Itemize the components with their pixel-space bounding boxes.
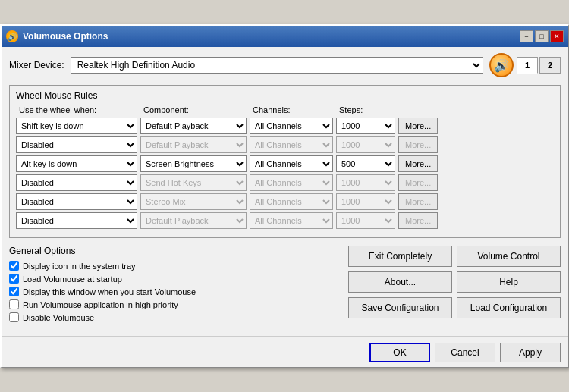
cancel-button[interactable]: Cancel	[435, 343, 495, 362]
steps-select-2: 1000	[336, 136, 395, 153]
minimize-button[interactable]: −	[520, 30, 533, 42]
close-button[interactable]: ✕	[550, 30, 564, 42]
header-steps: Steps:	[339, 105, 400, 114]
checkbox-row-4: Run Volumouse application in high priori…	[9, 299, 341, 309]
display-icon-checkbox[interactable]	[9, 261, 19, 271]
checkbox-row-2: Load Volumouse at startup	[9, 274, 341, 284]
wheel-row-2: Disabled Default Playback All Channels 1…	[16, 136, 554, 153]
channels-select-4: All Channels	[250, 174, 333, 191]
tab-buttons: 1 2	[517, 57, 561, 74]
channels-select-5: All Channels	[250, 193, 333, 210]
more-button-1[interactable]: More...	[398, 118, 438, 134]
wheel-row-3: Alt key is down Screen Brightness All Ch…	[16, 155, 554, 172]
when-select-3[interactable]: Alt key is down	[16, 155, 137, 172]
steps-select-1[interactable]: 1000	[336, 118, 395, 134]
title-bar: 🔊 Volumouse Options − □ ✕	[2, 26, 568, 47]
more-button-6: More...	[398, 212, 438, 229]
checkbox-row-5: Disable Volumouse	[9, 312, 341, 322]
disable-volumouse-label: Disable Volumouse	[23, 313, 94, 322]
channels-select-3[interactable]: All Channels	[250, 155, 333, 172]
steps-select-6: 1000	[336, 212, 395, 229]
general-options: General Options Display icon in the syst…	[9, 246, 341, 325]
action-buttons: Exit Completely Volume Control About... …	[348, 246, 561, 325]
header-when: Use the wheel when:	[19, 105, 140, 114]
help-button[interactable]: Help	[457, 271, 561, 293]
more-button-2: More...	[398, 136, 438, 153]
title-buttons: − □ ✕	[520, 30, 564, 42]
window-icon: 🔊	[6, 30, 18, 42]
apply-button[interactable]: Apply	[500, 343, 561, 362]
steps-select-3[interactable]: 500	[336, 155, 395, 172]
load-startup-label: Load Volumouse at startup	[23, 274, 122, 284]
mixer-label: Mixer Device:	[9, 60, 64, 71]
exit-completely-button[interactable]: Exit Completely	[348, 246, 452, 267]
window-title: Volumouse Options	[23, 31, 108, 42]
component-select-6: Default Playback	[140, 212, 247, 229]
title-bar-left: 🔊 Volumouse Options	[6, 30, 108, 42]
wheel-row-5: Disabled Stereo Mix All Channels 1000 Mo…	[16, 193, 554, 210]
when-select-6[interactable]: Disabled	[16, 212, 137, 229]
checkbox-row-1: Display icon in the system tray	[9, 261, 341, 271]
mixer-device-select[interactable]: Realtek High Definition Audio	[71, 57, 483, 74]
mixer-row: Mixer Device: Realtek High Definition Au…	[9, 53, 561, 77]
when-select-4[interactable]: Disabled	[16, 174, 137, 191]
wheel-row-4: Disabled Send Hot Keys All Channels 1000…	[16, 174, 554, 191]
channels-select-6: All Channels	[250, 212, 333, 229]
main-window: 🔊 Volumouse Options − □ ✕ Mixer Device: …	[0, 24, 569, 368]
header-channels: Channels:	[253, 105, 336, 114]
channels-select-1[interactable]: All Channels	[250, 118, 333, 134]
when-select-1[interactable]: Shift key is down	[16, 118, 137, 134]
wheel-row-1: Shift key is down Default Playback All C…	[16, 118, 554, 134]
steps-select-5: 1000	[336, 193, 395, 210]
more-button-5: More...	[398, 193, 438, 210]
content-area: Mixer Device: Realtek High Definition Au…	[2, 47, 568, 333]
when-select-2[interactable]: Disabled	[16, 136, 137, 153]
ok-button[interactable]: OK	[369, 343, 430, 362]
bottom-bar: OK Cancel Apply	[2, 336, 568, 367]
steps-select-4: 1000	[336, 174, 395, 191]
more-button-3[interactable]: More...	[398, 155, 438, 172]
component-select-5: Stereo Mix	[140, 193, 247, 210]
about-button[interactable]: About...	[348, 271, 452, 293]
display-window-label: Display this window when you start Volum…	[23, 287, 196, 296]
tab-2-button[interactable]: 2	[539, 57, 561, 74]
component-select-4: Send Hot Keys	[140, 174, 247, 191]
wheel-row-6: Disabled Default Playback All Channels 1…	[16, 212, 554, 229]
more-button-4: More...	[398, 174, 438, 191]
bottom-section: General Options Display icon in the syst…	[9, 246, 561, 325]
checkbox-row-3: Display this window when you start Volum…	[9, 287, 341, 296]
channels-select-2: All Channels	[250, 136, 333, 153]
volumouse-icon: 🔊	[489, 53, 514, 77]
mixer-right: 🔊 1 2	[489, 53, 561, 77]
volume-control-button[interactable]: Volume Control	[457, 246, 561, 267]
display-icon-label: Display icon in the system tray	[23, 262, 136, 271]
column-headers: Use the wheel when: Component: Channels:…	[16, 105, 554, 114]
load-config-button[interactable]: Load Configuration	[457, 297, 561, 318]
display-window-checkbox[interactable]	[9, 287, 19, 296]
save-config-button[interactable]: Save Configuration	[348, 297, 452, 318]
when-select-5[interactable]: Disabled	[16, 193, 137, 210]
high-priority-label: Run Volumouse application in high priori…	[23, 300, 178, 309]
high-priority-checkbox[interactable]	[9, 299, 19, 309]
general-options-label: General Options	[9, 246, 341, 256]
load-startup-checkbox[interactable]	[9, 274, 19, 284]
wheel-rules-label: Wheel Mouse Rules	[16, 90, 554, 101]
component-select-3[interactable]: Screen Brightness	[140, 155, 247, 172]
wheel-rules-group: Wheel Mouse Rules Use the wheel when: Co…	[9, 85, 561, 238]
tab-1-button[interactable]: 1	[517, 57, 538, 74]
component-select-1[interactable]: Default Playback	[140, 118, 247, 134]
maximize-button[interactable]: □	[535, 30, 549, 42]
header-component: Component:	[143, 105, 250, 114]
component-select-2: Default Playback	[140, 136, 247, 153]
disable-volumouse-checkbox[interactable]	[9, 312, 19, 322]
